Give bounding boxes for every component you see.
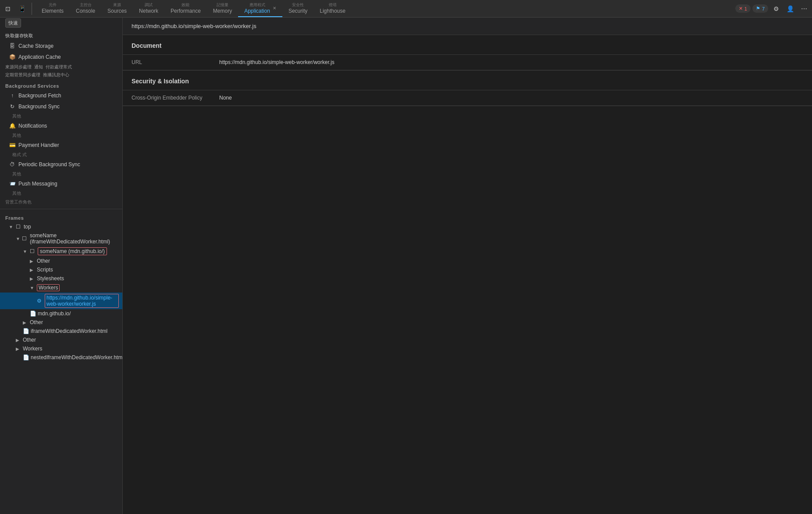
cross-origin-value: None bbox=[219, 95, 232, 101]
tree-other-1-arrow: ▶ bbox=[30, 259, 35, 264]
security-section-header: Security & Isolation bbox=[123, 71, 812, 90]
tree-mdn-github[interactable]: 📄 mdn.github.io/ bbox=[0, 309, 122, 318]
sidebar-item-notifications[interactable]: 🔔 Notifications bbox=[0, 121, 122, 131]
background-fetch-icon: ↑ bbox=[9, 92, 16, 99]
tab-console[interactable]: 主控台 Console bbox=[70, 0, 101, 17]
tab-application[interactable]: 應用程式 Application ✕ bbox=[238, 0, 282, 17]
tab-performance[interactable]: 效能 Performance bbox=[164, 0, 207, 17]
sidebar-divider-frames bbox=[0, 209, 122, 209]
workers-label: Workers bbox=[37, 284, 60, 291]
more-icon[interactable]: ⋯ bbox=[798, 3, 810, 15]
toolbar-right: ✕ 1 ⚑ 7 ⚙ 👤 ⋯ bbox=[735, 3, 810, 15]
tab-memory[interactable]: 記憶量 Memory bbox=[207, 0, 238, 17]
sidebar-item-application-cache[interactable]: 📦 Application Cache bbox=[0, 52, 122, 62]
application-cache-icon: 📦 bbox=[9, 54, 16, 61]
sidebar-item-payment-handler[interactable]: 💳 Payment Handler bbox=[0, 140, 122, 150]
chinese-background-worker: 背景工作角色 bbox=[0, 197, 122, 207]
tree-other-3-arrow: ▶ bbox=[16, 338, 21, 343]
chinese-misc-3: 格式 式 bbox=[0, 151, 122, 159]
sidebar-item-periodic-background-sync[interactable]: ⏱ Periodic Background Sync bbox=[0, 159, 122, 170]
tooltip-quick-fetch: 快速 bbox=[5, 18, 21, 28]
error-icon: ✕ bbox=[739, 6, 743, 11]
right-panel: https://mdn.github.io/simple-web-worker/… bbox=[123, 18, 812, 514]
tree-somename-mdn-icon: ☐ bbox=[30, 248, 36, 254]
tab-bar: 元件 Elements 主控台 Console 來源 Sources 調試 Ne… bbox=[36, 0, 732, 17]
background-sync-icon: ↻ bbox=[9, 103, 16, 110]
toolbar-icons: ⊡ 📱 bbox=[2, 3, 32, 15]
cross-origin-row: Cross-Origin Embedder Policy None bbox=[123, 90, 812, 106]
tree-top-icon: ☐ bbox=[16, 224, 22, 230]
security-section-block: Security & Isolation Cross-Origin Embedd… bbox=[123, 71, 812, 106]
document-section-block: Document URL https://mdn.github.io/simpl… bbox=[123, 35, 812, 71]
sidebar-item-background-sync[interactable]: ↻ Background Sync bbox=[0, 101, 122, 112]
main-layout: 快速 快取儲存快取 🗄 Cache Storage 📦 Application … bbox=[0, 18, 812, 514]
tree-scripts-arrow: ▶ bbox=[30, 268, 35, 272]
cache-tooltip-1: 快取儲存快取 bbox=[5, 33, 33, 39]
tree-somename-mdn-arrow: ▼ bbox=[23, 249, 28, 254]
cache-storage-icon: 🗄 bbox=[9, 43, 16, 50]
worker-url-label: https://mdn.github.io/simple-web-worker/… bbox=[45, 294, 119, 308]
document-url-label: URL bbox=[132, 59, 219, 65]
periodic-sync-icon: ⏱ bbox=[9, 161, 16, 168]
frames-section-title: Frames bbox=[0, 211, 122, 222]
tree-workers[interactable]: ▼ Workers bbox=[0, 283, 122, 293]
tree-other-3[interactable]: ▶ Other bbox=[0, 336, 122, 344]
document-url-value: https://mdn.github.io/simple-web-worker/… bbox=[219, 59, 335, 65]
somename-mdn-label: someName (mdn.github.io/) bbox=[38, 247, 107, 255]
iframe-html-icon: 📄 bbox=[23, 328, 29, 334]
chinese-misc-4: 其他 bbox=[0, 170, 122, 178]
tab-close-application[interactable]: ✕ bbox=[273, 6, 276, 11]
tab-sources[interactable]: 來源 Sources bbox=[101, 0, 133, 17]
document-section-header: Document bbox=[123, 35, 812, 55]
tree-workers-2-arrow: ▶ bbox=[16, 346, 21, 351]
tree-nested-iframe[interactable]: 📄 nestedIframeWithDedicatedWorker.html bbox=[0, 353, 122, 362]
tree-stylesheets[interactable]: ▶ Stylesheets bbox=[0, 274, 122, 283]
tree-workers-arrow: ▼ bbox=[30, 286, 35, 290]
tree-workers-2[interactable]: ▶ Workers bbox=[0, 344, 122, 353]
tree-top[interactable]: ▼ ☐ top bbox=[0, 222, 122, 231]
tree-somename-iframe-arrow: ▼ bbox=[16, 236, 20, 241]
sidebar-item-background-fetch[interactable]: ↑ Background Fetch bbox=[0, 90, 122, 101]
error-badge[interactable]: ✕ 1 bbox=[735, 4, 751, 13]
worker-url-icon: ⚙ bbox=[37, 298, 43, 304]
tree-other-2[interactable]: ▶ Other bbox=[0, 318, 122, 327]
background-services-title: Background Services bbox=[0, 79, 122, 90]
tree-iframe-html[interactable]: 📄 iframeWithDedicatedWorker.html bbox=[0, 327, 122, 336]
tab-network[interactable]: 調試 Network bbox=[133, 0, 164, 17]
toolbar: ⊡ 📱 元件 Elements 主控台 Console 來源 Sources 調… bbox=[0, 0, 812, 18]
notifications-icon: 🔔 bbox=[9, 122, 16, 129]
user-icon[interactable]: 👤 bbox=[784, 3, 796, 15]
tree-top-arrow: ▼ bbox=[9, 225, 14, 229]
tree-stylesheets-arrow: ▶ bbox=[30, 276, 35, 281]
tree-other-2-arrow: ▶ bbox=[23, 320, 28, 325]
settings-icon[interactable]: ⚙ bbox=[770, 3, 782, 15]
chinese-tooltip-row: 來源同步處理 通知 付款處理常式 bbox=[0, 63, 122, 71]
tree-somename-iframe[interactable]: ▼ ☐ someName (iframeWithDedicatedWorker.… bbox=[0, 231, 122, 246]
sidebar: 快速 快取儲存快取 🗄 Cache Storage 📦 Application … bbox=[0, 18, 123, 514]
tab-lighthouse[interactable]: 燈塔 Lighthouse bbox=[313, 0, 352, 17]
chinese-tooltip-row2: 定期背景同步處理 推播訊息中心 bbox=[0, 71, 122, 79]
tab-elements[interactable]: 元件 Elements bbox=[36, 0, 70, 17]
sidebar-item-push-messaging[interactable]: 📨 Push Messaging bbox=[0, 178, 122, 189]
sidebar-item-cache-storage[interactable]: 🗄 Cache Storage bbox=[0, 41, 122, 51]
flag-icon: ⚑ bbox=[756, 6, 760, 11]
nested-iframe-icon: 📄 bbox=[23, 354, 29, 361]
chinese-misc-2: 其他 bbox=[0, 132, 122, 139]
payment-handler-icon: 💳 bbox=[9, 142, 16, 149]
panel-url-bar: https://mdn.github.io/simple-web-worker/… bbox=[123, 18, 812, 35]
tree-somename-iframe-icon: ☐ bbox=[22, 236, 28, 242]
chinese-misc-5: 其他 bbox=[0, 189, 122, 197]
cache-section-title: 快取儲存快取 bbox=[0, 29, 122, 41]
tree-scripts[interactable]: ▶ Scripts bbox=[0, 265, 122, 274]
document-url-row: URL https://mdn.github.io/simple-web-wor… bbox=[123, 55, 812, 70]
cross-origin-label: Cross-Origin Embedder Policy bbox=[132, 95, 219, 101]
tree-other-1[interactable]: ▶ Other bbox=[0, 257, 122, 265]
flag-badge[interactable]: ⚑ 7 bbox=[752, 4, 768, 13]
dock-icon[interactable]: ⊡ bbox=[2, 3, 14, 15]
tree-worker-url[interactable]: ⚙ https://mdn.github.io/simple-web-worke… bbox=[0, 293, 122, 309]
mdn-github-icon: 📄 bbox=[30, 311, 36, 317]
tab-security[interactable]: 安全性 Security bbox=[282, 0, 313, 17]
tree-somename-mdn[interactable]: ▼ ☐ someName (mdn.github.io/) bbox=[0, 246, 122, 257]
chinese-misc-1: 其他 bbox=[0, 112, 122, 120]
device-icon[interactable]: 📱 bbox=[16, 3, 28, 15]
